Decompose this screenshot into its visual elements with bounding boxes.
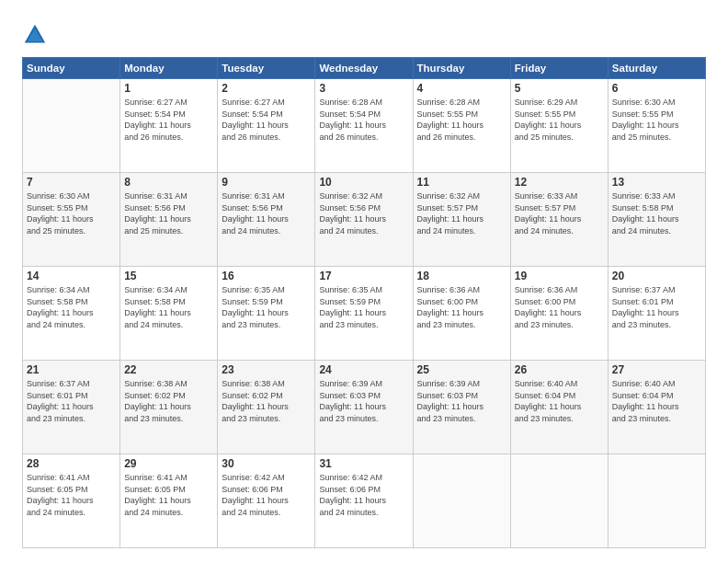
day-info: Sunrise: 6:28 AM Sunset: 5:54 PM Dayligh… — [319, 97, 408, 143]
day-info: Sunrise: 6:33 AM Sunset: 5:58 PM Dayligh… — [612, 190, 701, 236]
calendar-cell: 7Sunrise: 6:30 AM Sunset: 5:55 PM Daylig… — [23, 173, 120, 267]
calendar-week-row: 14Sunrise: 6:34 AM Sunset: 5:58 PM Dayli… — [23, 267, 706, 361]
day-info: Sunrise: 6:31 AM Sunset: 5:56 PM Dayligh… — [222, 190, 311, 236]
day-info: Sunrise: 6:36 AM Sunset: 6:00 PM Dayligh… — [417, 284, 506, 330]
calendar-cell: 13Sunrise: 6:33 AM Sunset: 5:58 PM Dayli… — [608, 173, 705, 267]
day-number: 9 — [222, 176, 311, 189]
weekday-header: Monday — [120, 58, 218, 79]
calendar-header-row: SundayMondayTuesdayWednesdayThursdayFrid… — [23, 58, 706, 79]
day-info: Sunrise: 6:40 AM Sunset: 6:04 PM Dayligh… — [612, 378, 701, 424]
day-number: 21 — [27, 363, 116, 376]
day-info: Sunrise: 6:41 AM Sunset: 6:05 PM Dayligh… — [124, 472, 213, 518]
day-number: 7 — [27, 176, 116, 189]
day-number: 22 — [124, 363, 213, 376]
day-info: Sunrise: 6:38 AM Sunset: 6:02 PM Dayligh… — [222, 378, 311, 424]
day-number: 27 — [612, 363, 701, 376]
day-info: Sunrise: 6:40 AM Sunset: 6:04 PM Dayligh… — [515, 378, 604, 424]
day-number: 3 — [319, 82, 408, 95]
calendar-cell: 29Sunrise: 6:41 AM Sunset: 6:05 PM Dayli… — [120, 454, 218, 548]
calendar-cell: 1Sunrise: 6:27 AM Sunset: 5:54 PM Daylig… — [120, 79, 218, 173]
calendar-week-row: 1Sunrise: 6:27 AM Sunset: 5:54 PM Daylig… — [23, 79, 706, 173]
calendar-cell: 26Sunrise: 6:40 AM Sunset: 6:04 PM Dayli… — [510, 361, 608, 454]
calendar-cell: 6Sunrise: 6:30 AM Sunset: 5:55 PM Daylig… — [608, 79, 705, 173]
day-number: 23 — [222, 363, 311, 376]
calendar-cell: 31Sunrise: 6:42 AM Sunset: 6:06 PM Dayli… — [315, 454, 413, 548]
calendar-cell: 23Sunrise: 6:38 AM Sunset: 6:02 PM Dayli… — [218, 361, 315, 454]
day-number: 31 — [319, 457, 408, 470]
day-number: 13 — [612, 176, 701, 189]
day-info: Sunrise: 6:34 AM Sunset: 5:58 PM Dayligh… — [27, 284, 116, 330]
logo-icon — [22, 22, 48, 48]
day-info: Sunrise: 6:37 AM Sunset: 6:01 PM Dayligh… — [27, 378, 116, 424]
day-info: Sunrise: 6:42 AM Sunset: 6:06 PM Dayligh… — [222, 472, 311, 518]
calendar-cell: 8Sunrise: 6:31 AM Sunset: 5:56 PM Daylig… — [120, 173, 218, 267]
calendar-cell: 27Sunrise: 6:40 AM Sunset: 6:04 PM Dayli… — [608, 361, 705, 454]
calendar-table: SundayMondayTuesdayWednesdayThursdayFrid… — [22, 57, 706, 548]
calendar-cell: 12Sunrise: 6:33 AM Sunset: 5:57 PM Dayli… — [510, 173, 608, 267]
page: SundayMondayTuesdayWednesdayThursdayFrid… — [0, 0, 728, 563]
calendar-cell: 20Sunrise: 6:37 AM Sunset: 6:01 PM Dayli… — [608, 267, 705, 361]
day-number: 12 — [515, 176, 604, 189]
calendar-cell: 25Sunrise: 6:39 AM Sunset: 6:03 PM Dayli… — [413, 361, 510, 454]
day-number: 19 — [515, 270, 604, 282]
day-number: 20 — [612, 270, 701, 282]
day-number: 10 — [319, 176, 408, 189]
day-number: 1 — [124, 82, 213, 95]
calendar-cell: 24Sunrise: 6:39 AM Sunset: 6:03 PM Dayli… — [315, 361, 413, 454]
day-info: Sunrise: 6:28 AM Sunset: 5:55 PM Dayligh… — [417, 97, 506, 143]
day-number: 16 — [222, 270, 311, 282]
weekday-header: Saturday — [608, 58, 705, 79]
day-number: 29 — [124, 457, 213, 470]
day-info: Sunrise: 6:31 AM Sunset: 5:56 PM Dayligh… — [124, 190, 213, 236]
day-info: Sunrise: 6:36 AM Sunset: 6:00 PM Dayligh… — [515, 284, 604, 330]
calendar-cell — [608, 454, 705, 548]
day-number: 25 — [417, 363, 506, 376]
day-number: 6 — [612, 82, 701, 95]
calendar-cell: 16Sunrise: 6:35 AM Sunset: 5:59 PM Dayli… — [218, 267, 315, 361]
day-info: Sunrise: 6:33 AM Sunset: 5:57 PM Dayligh… — [515, 190, 604, 236]
day-info: Sunrise: 6:39 AM Sunset: 6:03 PM Dayligh… — [417, 378, 506, 424]
calendar-week-row: 7Sunrise: 6:30 AM Sunset: 5:55 PM Daylig… — [23, 173, 706, 267]
calendar-cell: 21Sunrise: 6:37 AM Sunset: 6:01 PM Dayli… — [23, 361, 120, 454]
calendar-cell: 14Sunrise: 6:34 AM Sunset: 5:58 PM Dayli… — [23, 267, 120, 361]
weekday-header: Sunday — [23, 58, 120, 79]
day-info: Sunrise: 6:32 AM Sunset: 5:56 PM Dayligh… — [319, 190, 408, 236]
calendar-cell: 18Sunrise: 6:36 AM Sunset: 6:00 PM Dayli… — [413, 267, 510, 361]
day-info: Sunrise: 6:35 AM Sunset: 5:59 PM Dayligh… — [222, 284, 311, 330]
calendar-cell: 28Sunrise: 6:41 AM Sunset: 6:05 PM Dayli… — [23, 454, 120, 548]
weekday-header: Thursday — [413, 58, 510, 79]
day-number: 11 — [417, 176, 506, 189]
weekday-header: Friday — [510, 58, 608, 79]
calendar-cell: 11Sunrise: 6:32 AM Sunset: 5:57 PM Dayli… — [413, 173, 510, 267]
weekday-header: Wednesday — [315, 58, 413, 79]
calendar-cell: 9Sunrise: 6:31 AM Sunset: 5:56 PM Daylig… — [218, 173, 315, 267]
calendar-cell: 4Sunrise: 6:28 AM Sunset: 5:55 PM Daylig… — [413, 79, 510, 173]
day-info: Sunrise: 6:39 AM Sunset: 6:03 PM Dayligh… — [319, 378, 408, 424]
day-info: Sunrise: 6:35 AM Sunset: 5:59 PM Dayligh… — [319, 284, 408, 330]
day-info: Sunrise: 6:27 AM Sunset: 5:54 PM Dayligh… — [222, 97, 311, 143]
day-info: Sunrise: 6:37 AM Sunset: 6:01 PM Dayligh… — [612, 284, 701, 330]
day-info: Sunrise: 6:30 AM Sunset: 5:55 PM Dayligh… — [612, 97, 701, 143]
day-number: 5 — [515, 82, 604, 95]
day-number: 26 — [515, 363, 604, 376]
logo — [22, 22, 51, 48]
day-info: Sunrise: 6:27 AM Sunset: 5:54 PM Dayligh… — [124, 97, 213, 143]
day-number: 4 — [417, 82, 506, 95]
calendar-cell — [413, 454, 510, 548]
day-info: Sunrise: 6:29 AM Sunset: 5:55 PM Dayligh… — [515, 97, 604, 143]
calendar-cell: 2Sunrise: 6:27 AM Sunset: 5:54 PM Daylig… — [218, 79, 315, 173]
calendar-cell: 5Sunrise: 6:29 AM Sunset: 5:55 PM Daylig… — [510, 79, 608, 173]
day-number: 8 — [124, 176, 213, 189]
day-info: Sunrise: 6:30 AM Sunset: 5:55 PM Dayligh… — [27, 190, 116, 236]
day-number: 14 — [27, 270, 116, 282]
day-number: 30 — [222, 457, 311, 470]
day-number: 15 — [124, 270, 213, 282]
calendar-cell: 3Sunrise: 6:28 AM Sunset: 5:54 PM Daylig… — [315, 79, 413, 173]
calendar-cell: 19Sunrise: 6:36 AM Sunset: 6:00 PM Dayli… — [510, 267, 608, 361]
calendar-cell: 22Sunrise: 6:38 AM Sunset: 6:02 PM Dayli… — [120, 361, 218, 454]
calendar-cell: 10Sunrise: 6:32 AM Sunset: 5:56 PM Dayli… — [315, 173, 413, 267]
weekday-header: Tuesday — [218, 58, 315, 79]
calendar-cell: 15Sunrise: 6:34 AM Sunset: 5:58 PM Dayli… — [120, 267, 218, 361]
day-number: 2 — [222, 82, 311, 95]
day-info: Sunrise: 6:34 AM Sunset: 5:58 PM Dayligh… — [124, 284, 213, 330]
